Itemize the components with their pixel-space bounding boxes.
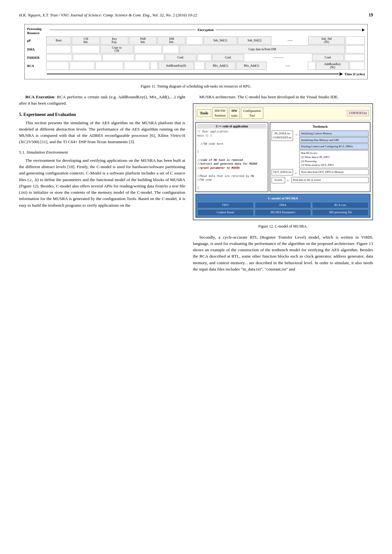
step3: Fetching Context and Configuring RCA, DM…	[299, 143, 369, 149]
bottom-params: MUSRA Parameters	[255, 209, 311, 216]
row-label-dma: DMA	[27, 45, 46, 53]
section5-p2: The environment for developing and verif…	[19, 157, 185, 209]
citation: H.K. Nguyen, X.T. Tran / VNU Journal of …	[19, 13, 197, 18]
timing-diagram: ProcessingResource Encryption ▶ µP Boot …	[24, 24, 368, 79]
step2: Initializing Data Memory and GRF	[299, 137, 369, 143]
left-column: RCA Execution: RCA performs a certain ta…	[19, 94, 185, 274]
step5: Store data from OUT_FIFO to Memory	[299, 169, 369, 175]
config-tool-box: ConfigurationTool	[241, 107, 263, 119]
cmodel-bottom-row2: Context Parser MUSRA Parameters API proc…	[197, 209, 369, 216]
timing-row-rca: RCA AddRounKey(0) Mix_Add(1) Mix_Add(1) …	[27, 62, 365, 70]
tb-steps-right2: Store data from OUT_FIFO to Memory	[299, 169, 369, 175]
tools-label: Tools	[197, 109, 211, 117]
step1: Initializing Context Memory	[299, 131, 369, 137]
section5-p1: This section presents the simulating of …	[19, 120, 185, 145]
tasks-label: tasks	[231, 114, 237, 117]
hw-tasks-box: HW tasks	[229, 107, 240, 119]
bottom-api: API processing file	[312, 209, 369, 216]
time-cycles-label: Time (Cycles)	[344, 72, 365, 76]
step4: Run RCA core: (1) Write data to IN_FIFO …	[299, 150, 369, 168]
intro-text: MUSRA architecture. The C-model has been…	[193, 94, 373, 100]
step6: Print data to file or screen	[291, 177, 369, 183]
arrow-screen: ←	[286, 178, 290, 183]
context-txt-box: CONTEXT.txt	[347, 110, 369, 116]
right-column: MUSRA architecture. The C-model has been…	[193, 94, 373, 274]
bottom-fifo: FIFO	[197, 202, 254, 208]
hw-sw-partition: Partition	[215, 113, 225, 118]
page-header: H.K. Nguyen, X.T. Tran / VNU Journal of …	[19, 13, 373, 18]
testbench-box: Testbench IN_DATA.txtCONSTANT.txt → Init…	[270, 122, 371, 192]
bottom-dma: DMA	[255, 202, 311, 208]
tb-steps-right: Initializing Context Memory Initializing…	[299, 131, 369, 168]
hw-label: HW	[232, 109, 237, 113]
encryption-label: Encryption	[196, 28, 216, 32]
main-content: RCA Execution: RCA performs a certain ta…	[19, 94, 373, 274]
cmodel-bottom: C-model of MUSRA FIFO DMA RCA core Conte…	[195, 194, 371, 218]
screen-box: Screen	[272, 177, 285, 183]
timing-row-parser: PARSER Conf. Conf. - - - - - - - - - - -…	[27, 54, 365, 61]
section5-title: 5. Experiment and Evaluation	[19, 111, 185, 118]
figure11-caption: Figure 11. Timing diagram of scheduling …	[19, 84, 373, 89]
cmodel-diagram: Tools HW/SW Partition HW tasks Configura…	[193, 103, 373, 220]
cmodel-bottom-row1: FIFO DMA RCA core	[197, 202, 369, 208]
timing-row-dma: DMA Copy toCM Copy data to/from DM	[27, 45, 365, 53]
row-label-parser: PARSER	[27, 54, 46, 61]
code-body: // User application main () { //SW code …	[197, 130, 266, 190]
bottom-rca: RCA core	[312, 202, 369, 208]
out-data-box: OUT_DATA.txt	[272, 169, 293, 175]
cmodel-bottom-title: C-model of MUSRA	[197, 196, 369, 201]
arrow-out: ←	[294, 170, 298, 176]
row-label-rca: RCA	[27, 62, 46, 70]
hw-sw-box: HW/SW Partition	[212, 107, 228, 119]
rca-execution-para: RCA Execution: RCA performs a certain ta…	[19, 94, 185, 107]
cpp-code-title: C++ code of application	[197, 124, 266, 129]
figure12-caption: Figure 12. C-model of MUSRA.	[193, 223, 373, 229]
in-data-box: IN_DATA.txtCONSTANT.txt	[272, 131, 293, 141]
cpp-code-box: C++ code of application // User applicat…	[195, 122, 268, 192]
p-after-fig12: Secondly, a cycle-accurate RTL (Register…	[193, 234, 373, 273]
hw-sw-label: HW/SW	[215, 108, 225, 113]
row-label-up: µP	[27, 36, 46, 45]
subsection51-title: 5.1. Simulation Environment	[19, 149, 185, 155]
arrow-in: →	[294, 132, 298, 137]
testbench-title: Testbench	[272, 124, 369, 129]
rca-execution-title: RCA Execution	[25, 94, 54, 99]
page-number: 19	[369, 13, 373, 18]
timing-row-up: µP Boot CMInit. KeyExp. PARInit. DMInit.…	[27, 36, 365, 45]
processing-resource-label: ProcessingResource	[27, 27, 47, 35]
bottom-context: Context Parser	[197, 209, 254, 216]
